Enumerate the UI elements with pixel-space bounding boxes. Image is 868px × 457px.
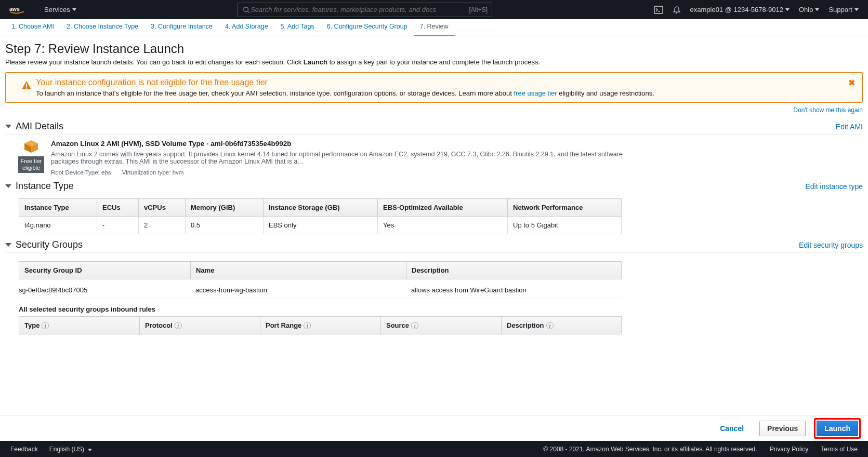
svg-line-2 xyxy=(248,11,250,13)
account-menu[interactable]: example01 @ 1234-5678-9012 xyxy=(690,6,790,14)
terms-link[interactable]: Terms of Use xyxy=(821,446,858,453)
svg-point-1 xyxy=(244,7,248,11)
info-icon[interactable]: i xyxy=(411,322,418,329)
search-hotkey: [Alt+S] xyxy=(469,6,488,14)
info-icon[interactable]: i xyxy=(546,322,554,329)
info-icon[interactable]: i xyxy=(175,322,182,329)
svg-point-5 xyxy=(676,12,677,13)
main-content[interactable]: Step 7: Review Instance Launch Please re… xyxy=(0,36,868,415)
ami-details-section: AMI Details Edit AMI Free tier eligible … xyxy=(5,119,863,176)
inbound-rules-title: All selected security groups inbound rul… xyxy=(19,305,863,313)
dont-show-again-link[interactable]: Don't show me this again xyxy=(793,106,863,114)
page-subtitle: Please review your instance launch detai… xyxy=(5,58,863,66)
warning-icon xyxy=(21,80,32,92)
notifications-icon[interactable] xyxy=(673,6,681,14)
step-choose-ami[interactable]: 1. Choose AMI xyxy=(5,19,60,36)
edit-security-groups-link[interactable]: Edit security groups xyxy=(799,241,863,249)
collapse-icon[interactable] xyxy=(5,125,11,128)
alert-message: To launch an instance that's eligible fo… xyxy=(36,89,841,97)
services-label: Services xyxy=(44,6,70,14)
edit-ami-link[interactable]: Edit AMI xyxy=(836,123,863,131)
table-header-row: Instance Type ECUs vCPUs Memory (GiB) In… xyxy=(19,199,622,217)
table-row: t4g.nano - 2 0.5 EBS only Yes Up to 5 Gi… xyxy=(19,217,622,234)
step-add-storage[interactable]: 4. Add Storage xyxy=(219,19,274,36)
search-icon xyxy=(242,6,251,14)
svg-rect-3 xyxy=(654,6,663,14)
instance-type-section: Instance Type Edit instance type Instanc… xyxy=(5,179,863,234)
info-icon[interactable]: i xyxy=(304,322,311,329)
collapse-icon[interactable] xyxy=(5,184,11,188)
table-header-row: Security Group ID Name Description xyxy=(19,262,622,279)
topbar: aws Services [Alt+S] example01 @ 1234-56… xyxy=(0,0,868,19)
language-menu[interactable]: English (US) xyxy=(49,446,93,453)
table-header-row: Typei Protocoli Port Rangei Sourcei Desc… xyxy=(19,317,622,334)
ami-cube-icon xyxy=(23,140,39,153)
page-title: Step 7: Review Instance Launch xyxy=(5,42,863,56)
caret-down-icon xyxy=(785,8,790,11)
region-menu[interactable]: Ohio xyxy=(799,6,819,14)
support-menu[interactable]: Support xyxy=(828,6,859,14)
step-add-tags[interactable]: 5. Add Tags xyxy=(274,19,321,36)
ami-title: Amazon Linux 2 AMI (HVM), SSD Volume Typ… xyxy=(51,140,623,147)
security-groups-section: Security Groups Edit security groups Sec… xyxy=(5,237,863,334)
support-label: Support xyxy=(828,6,852,14)
free-tier-warning-alert: Your instance configuration is not eligi… xyxy=(5,72,863,103)
aws-logo[interactable]: aws xyxy=(9,5,33,15)
step-configure-sg[interactable]: 6. Configure Security Group xyxy=(321,19,414,36)
edit-instance-type-link[interactable]: Edit instance type xyxy=(805,182,863,191)
footer: Feedback English (US) © 2008 - 2021, Ama… xyxy=(0,441,868,457)
section-title-sg: Security Groups xyxy=(16,239,799,250)
launch-highlight: Launch xyxy=(814,418,861,439)
copyright: © 2008 - 2021, Amazon Web Services, Inc.… xyxy=(543,446,757,453)
info-icon[interactable]: i xyxy=(42,322,49,329)
step-review[interactable]: 7. Review xyxy=(414,19,455,36)
privacy-link[interactable]: Privacy Policy xyxy=(770,446,809,453)
caret-down-icon xyxy=(854,8,859,11)
table-row: sg-0ef0ac89f4bc07005 access-from-wg-bast… xyxy=(19,283,622,298)
free-usage-tier-link[interactable]: free usage tier xyxy=(514,89,557,97)
action-bar: Cancel Previous Launch xyxy=(0,415,868,441)
launch-button[interactable]: Launch xyxy=(817,421,858,436)
svg-rect-6 xyxy=(26,84,27,87)
region-label: Ohio xyxy=(799,6,813,14)
ami-virt-type: Virtualization type: hvm xyxy=(122,169,184,176)
ami-root-device: Root Device Type: ebs xyxy=(51,169,111,176)
security-groups-values: sg-0ef0ac89f4bc07005 access-from-wg-bast… xyxy=(19,283,622,298)
account-label: example01 @ 1234-5678-9012 xyxy=(690,6,783,14)
step-choose-instance-type[interactable]: 2. Choose Instance Type xyxy=(60,19,144,36)
global-search: [Alt+S] xyxy=(238,3,492,17)
section-title-ami: AMI Details xyxy=(16,121,836,132)
services-menu[interactable]: Services xyxy=(44,6,76,14)
ami-description: Amazon Linux 2 comes with five years sup… xyxy=(51,151,623,165)
inbound-rules-table: Typei Protocoli Port Rangei Sourcei Desc… xyxy=(19,316,622,334)
alert-close-icon[interactable]: ✖ xyxy=(848,78,855,88)
cloudshell-icon[interactable] xyxy=(654,6,663,14)
ami-meta: Root Device Type: ebs Virtualization typ… xyxy=(51,169,623,176)
free-tier-badge: Free tier eligible xyxy=(18,156,44,173)
security-groups-table: Security Group ID Name Description xyxy=(19,261,622,279)
caret-down-icon xyxy=(72,8,76,11)
svg-text:aws: aws xyxy=(9,5,20,11)
alert-title: Your instance configuration is not eligi… xyxy=(36,78,841,87)
wizard-steps: 1. Choose AMI 2. Choose Instance Type 3.… xyxy=(0,19,868,36)
previous-button[interactable]: Previous xyxy=(759,421,806,436)
search-box[interactable]: [Alt+S] xyxy=(238,3,492,17)
svg-rect-7 xyxy=(26,88,27,89)
instance-type-table: Instance Type ECUs vCPUs Memory (GiB) In… xyxy=(19,198,622,234)
section-title-instance-type: Instance Type xyxy=(16,181,805,192)
caret-down-icon xyxy=(88,449,92,451)
feedback-link[interactable]: Feedback xyxy=(10,446,38,453)
cancel-button[interactable]: Cancel xyxy=(713,421,751,436)
step-configure-instance[interactable]: 3. Configure Instance xyxy=(144,19,219,36)
caret-down-icon xyxy=(815,8,819,11)
collapse-icon[interactable] xyxy=(5,243,11,247)
search-input[interactable] xyxy=(251,6,469,14)
